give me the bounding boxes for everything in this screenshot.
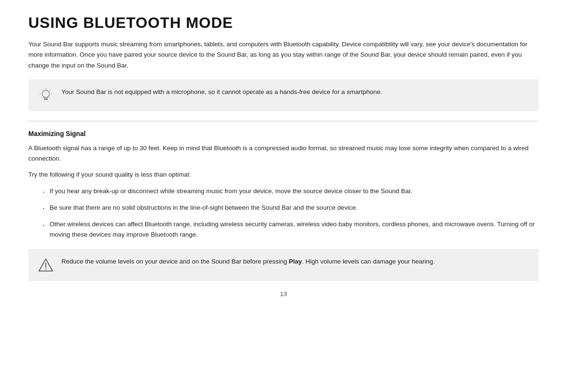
section-heading: Maximizing Signal <box>28 130 539 137</box>
warning-box: Reduce the volume levels on your device … <box>28 249 539 281</box>
list-item: · Other wireless devices can affect Blue… <box>28 219 539 240</box>
warning-text-after: . High volume levels can damage your hea… <box>302 258 435 265</box>
list-item: · Be sure that there are no solid obstru… <box>28 203 539 214</box>
note-text: Your Sound Bar is not equipped with a mi… <box>61 87 382 97</box>
svg-line-2 <box>50 89 51 90</box>
page-title: USING BLUETOOTH MODE <box>28 14 539 32</box>
intro-paragraph: Your Sound Bar supports music streaming … <box>28 39 539 71</box>
bullet-dot: · <box>42 219 45 231</box>
lightbulb-icon <box>37 88 55 104</box>
svg-point-0 <box>42 90 49 97</box>
page-number: 13 <box>28 290 539 298</box>
svg-point-13 <box>45 268 46 269</box>
svg-line-6 <box>50 97 51 98</box>
warning-bold-text: Play <box>289 258 302 265</box>
note-box: Your Sound Bar is not equipped with a mi… <box>28 79 539 111</box>
bullet-content: If you hear any break-up or disconnect w… <box>50 186 539 196</box>
svg-line-4 <box>42 89 42 90</box>
bullet-content: Be sure that there are no solid obstruct… <box>50 203 539 213</box>
warning-triangle-icon <box>37 257 55 273</box>
list-item: · If you hear any break-up or disconnect… <box>28 186 539 198</box>
warning-text: Reduce the volume levels on your device … <box>61 256 435 267</box>
bullet-list: · If you hear any break-up or disconnect… <box>28 186 539 240</box>
bullet-dot: · <box>42 186 45 198</box>
svg-line-7 <box>42 97 42 98</box>
bullet-content: Other wireless devices can affect Blueto… <box>50 219 539 240</box>
signal-paragraph-2: Try the following if your sound quality … <box>28 170 539 180</box>
signal-paragraph-1: A Bluetooth signal has a range of up to … <box>28 143 539 164</box>
bullet-dot: · <box>42 203 45 214</box>
warning-text-before: Reduce the volume levels on your device … <box>61 258 289 265</box>
section-divider <box>28 121 539 121</box>
